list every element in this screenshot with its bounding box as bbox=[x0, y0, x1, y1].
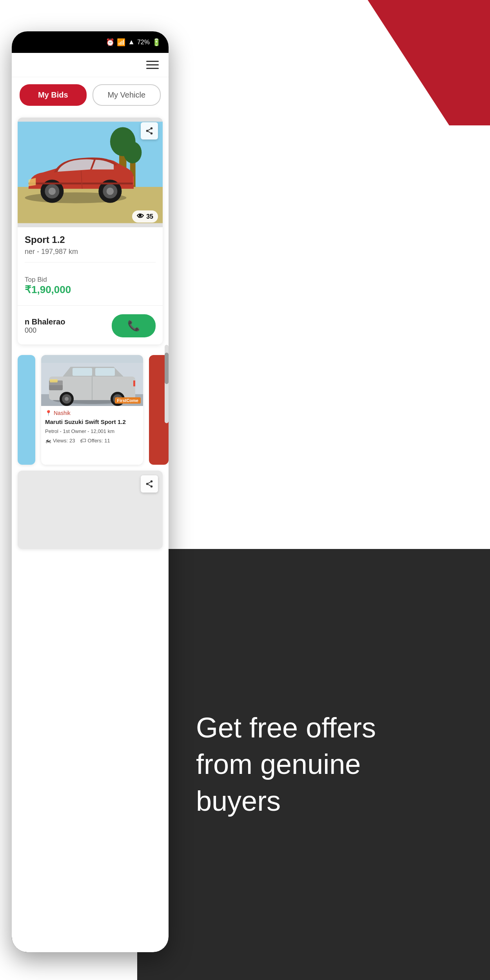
svg-line-19 bbox=[148, 129, 151, 130]
battery-level: 72% bbox=[137, 39, 150, 46]
phone-icon: 📞 bbox=[127, 320, 140, 332]
scroll-indicator[interactable] bbox=[165, 345, 169, 423]
mini-car-title: Maruti Suzuki Swift Sport 1.2 bbox=[45, 418, 139, 426]
contact-amount: 000 bbox=[25, 326, 65, 335]
eye-icon: 👁 bbox=[137, 212, 144, 221]
svg-point-38 bbox=[151, 480, 153, 483]
svg-rect-13 bbox=[29, 183, 134, 185]
views-stat-value: 23 bbox=[69, 438, 75, 444]
status-bar: ⏰ 📶 ▲ 72% 🔋 bbox=[12, 31, 169, 53]
svg-rect-36 bbox=[133, 380, 135, 386]
share-button[interactable] bbox=[141, 122, 158, 139]
svg-line-18 bbox=[148, 131, 151, 133]
offers-stat: 🏷 Offers: 11 bbox=[80, 437, 110, 444]
hamburger-menu-button[interactable] bbox=[146, 61, 159, 69]
views-stat: 🏍 Views: 23 bbox=[45, 437, 75, 444]
tab-my-vehicle[interactable]: My Vehicle bbox=[93, 84, 161, 106]
svg-line-42 bbox=[148, 482, 151, 484]
svg-rect-27 bbox=[49, 384, 63, 390]
offers-stat-icon: 🏷 bbox=[80, 437, 86, 444]
svg-point-17 bbox=[151, 132, 153, 135]
bottom-promo-text: Get free offers from genuine buyers bbox=[196, 710, 431, 820]
car-details: ner - 197,987 km bbox=[25, 248, 156, 256]
phone-screen: ⏰ 📶 ▲ 72% 🔋 My Bids My Vehicle bbox=[12, 31, 169, 952]
hamburger-line-2 bbox=[146, 64, 159, 65]
divider-1 bbox=[25, 262, 156, 263]
fortuner-image: FirstCome bbox=[41, 355, 143, 406]
tab-my-bids[interactable]: My Bids bbox=[20, 84, 87, 106]
divider-2 bbox=[18, 305, 163, 306]
svg-rect-29 bbox=[50, 379, 58, 382]
contact-info: n Bhalerao 000 bbox=[25, 317, 65, 335]
fiat-badge: FirstCome bbox=[115, 397, 141, 404]
svg-rect-25 bbox=[73, 368, 92, 376]
contact-section: n Bhalerao 000 📞 bbox=[18, 310, 163, 344]
hamburger-line-3 bbox=[146, 68, 159, 69]
bid-label: Top Bid bbox=[25, 276, 71, 284]
hamburger-line-1 bbox=[146, 61, 159, 62]
status-icons: ⏰ 📶 ▲ 72% 🔋 bbox=[106, 38, 161, 47]
views-stat-icon: 🏍 bbox=[45, 437, 51, 444]
car-info: Sport 1.2 ner - 197,987 km bbox=[18, 227, 163, 270]
third-card-preview[interactable] bbox=[18, 471, 163, 549]
phone-header bbox=[12, 53, 169, 77]
svg-point-40 bbox=[151, 485, 153, 488]
fortuner-card-info: 📍 Nashik Maruti Suzuki Swift Sport 1.2 P… bbox=[41, 406, 143, 448]
bottom-text-container: Get free offers from genuine buyers bbox=[137, 549, 490, 980]
contact-name: n Bhalerao bbox=[25, 317, 65, 326]
mini-stats: 🏍 Views: 23 🏷 Offers: 11 bbox=[45, 437, 139, 444]
offers-stat-label: Offers: bbox=[88, 438, 103, 444]
bid-amount: ₹1,90,000 bbox=[25, 284, 71, 296]
alarm-icon: ⏰ bbox=[106, 38, 114, 47]
share-button-3[interactable] bbox=[141, 475, 158, 493]
views-stat-label: Views: bbox=[53, 438, 68, 444]
svg-line-41 bbox=[148, 484, 151, 486]
wifi-icon: 📶 bbox=[117, 38, 125, 47]
diagonal-banner bbox=[286, 0, 490, 125]
mini-car-details: Petrol - 1st Owner - 12,001 km bbox=[45, 428, 139, 434]
car-image-container: 👁 35 bbox=[18, 118, 163, 227]
phone-mockup: ⏰ 📶 ▲ 72% 🔋 My Bids My Vehicle bbox=[12, 31, 169, 952]
share-icon bbox=[145, 127, 154, 135]
svg-point-9 bbox=[49, 188, 56, 195]
location-pin-icon: 📍 bbox=[45, 410, 52, 416]
svg-point-16 bbox=[146, 130, 149, 132]
car-title: Sport 1.2 bbox=[25, 234, 156, 245]
listing-card-1: 👁 35 Sport 1.2 ner - 197,987 km Top Bid … bbox=[18, 118, 163, 344]
share-icon-3 bbox=[145, 480, 154, 488]
svg-point-32 bbox=[65, 397, 69, 401]
call-button[interactable]: 📞 bbox=[112, 314, 156, 337]
svg-point-5 bbox=[123, 141, 142, 163]
partial-card-left bbox=[18, 355, 35, 465]
horizontal-scroll-section: FirstCome 📍 Nashik Maruti Suzuki Swift S… bbox=[12, 349, 169, 471]
location-row: 📍 Nashik bbox=[45, 410, 139, 416]
offers-stat-value: 11 bbox=[104, 438, 110, 444]
bid-info: Top Bid ₹1,90,000 bbox=[25, 276, 71, 296]
svg-point-12 bbox=[107, 188, 114, 195]
scroll-thumb bbox=[165, 353, 169, 384]
views-badge: 👁 35 bbox=[132, 210, 158, 223]
svg-rect-26 bbox=[95, 368, 115, 376]
views-count: 35 bbox=[146, 213, 153, 220]
fortuner-card[interactable]: FirstCome 📍 Nashik Maruti Suzuki Swift S… bbox=[41, 355, 143, 465]
signal-icon: ▲ bbox=[128, 38, 135, 46]
location-text: Nashik bbox=[54, 410, 71, 416]
svg-point-15 bbox=[151, 127, 153, 130]
bid-section: Top Bid ₹1,90,000 bbox=[18, 270, 163, 301]
battery-icon: 🔋 bbox=[152, 38, 161, 47]
svg-point-39 bbox=[146, 483, 149, 485]
tabs-container: My Bids My Vehicle bbox=[12, 77, 169, 113]
